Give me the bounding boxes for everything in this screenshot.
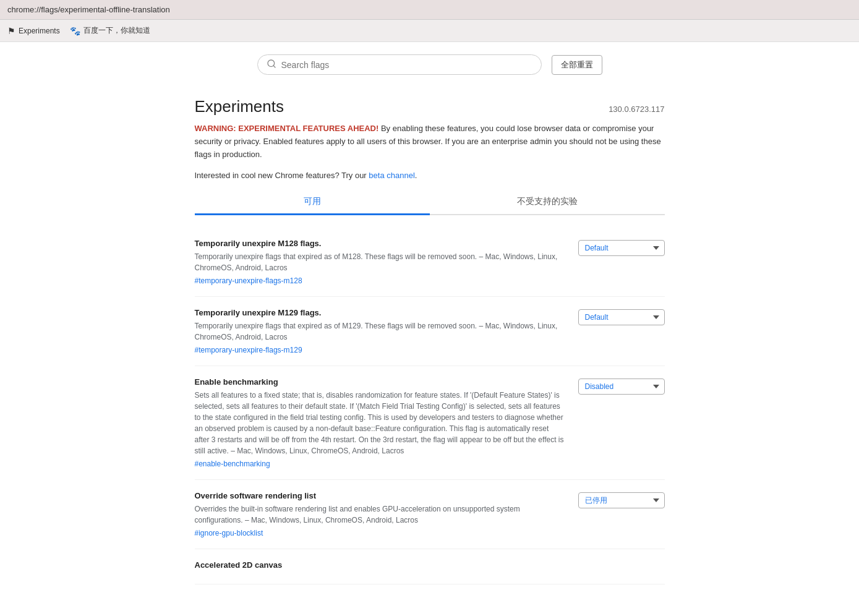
- flag-select[interactable]: Default Enabled Disabled: [578, 240, 665, 256]
- title-row: Experiments 130.0.6723.117: [195, 97, 665, 116]
- flag-left: Accelerated 2D canvas: [195, 560, 652, 573]
- svg-line-1: [273, 66, 275, 67]
- beta-after: .: [415, 171, 417, 180]
- beta-before: Interested in cool new Chrome features? …: [195, 171, 369, 180]
- bookmark-baidu[interactable]: 🐾 百度一下，你就知道: [70, 25, 150, 36]
- warning-prefix: WARNING: EXPERIMENTAL FEATURES AHEAD!: [195, 124, 379, 133]
- flag-desc: Temporarily unexpire flags that expired …: [195, 320, 566, 343]
- search-icon: [267, 59, 276, 71]
- search-row: 全部重置: [0, 42, 859, 85]
- flags-list: Temporarily unexpire M128 flags. Tempora…: [195, 228, 665, 584]
- flag-title: Override software rendering list: [195, 491, 566, 500]
- beta-line: Interested in cool new Chrome features? …: [195, 171, 665, 180]
- reset-button[interactable]: 全部重置: [552, 55, 602, 75]
- tabs-row: 可用 不受支持的实验: [195, 190, 665, 215]
- flag-link[interactable]: #enable-benchmarking: [195, 460, 270, 468]
- search-box-container: [257, 54, 542, 75]
- flag-title: Temporarily unexpire M128 flags.: [195, 239, 566, 248]
- flag-right: Default Enabled Disabled: [578, 239, 665, 256]
- flag-select[interactable]: Default Enabled Disabled: [578, 379, 665, 395]
- tab-available[interactable]: 可用: [195, 190, 430, 215]
- flag-right: Default Enabled Disabled: [578, 308, 665, 325]
- url-text: chrome://flags/experimental-offline-tran…: [7, 5, 170, 14]
- flag-right: Default Enabled Disabled: [578, 377, 665, 395]
- bookmark-baidu-label: 百度一下，你就知道: [83, 25, 150, 36]
- flag-item: Temporarily unexpire M128 flags. Tempora…: [195, 228, 665, 297]
- flag-left: Temporarily unexpire M129 flags. Tempora…: [195, 308, 566, 354]
- flag-desc: Temporarily unexpire flags that expired …: [195, 251, 566, 273]
- flag-title: Temporarily unexpire M129 flags.: [195, 308, 566, 317]
- bookmark-experiments[interactable]: ⚑ Experiments: [7, 26, 60, 36]
- tab-unavailable[interactable]: 不受支持的实验: [430, 190, 665, 214]
- baidu-icon: 🐾: [70, 26, 80, 36]
- flag-left: Override software rendering list Overrid…: [195, 491, 566, 537]
- flag-link[interactable]: #ignore-gpu-blocklist: [195, 529, 263, 537]
- flag-left: Enable benchmarking Sets all features to…: [195, 377, 566, 468]
- version-text: 130.0.6723.117: [609, 105, 664, 114]
- flag-desc: Sets all features to a fixed state; that…: [195, 390, 566, 456]
- flag-link[interactable]: #temporary-unexpire-flags-m129: [195, 346, 302, 354]
- flag-desc: Overrides the built-in software renderin…: [195, 503, 566, 526]
- flag-item: Override software rendering list Overrid…: [195, 480, 665, 549]
- flag-item: Accelerated 2D canvas: [195, 549, 665, 584]
- content-area: 全部重置 Experiments 130.0.6723.117 WARNING:…: [0, 42, 859, 616]
- flag-link[interactable]: #temporary-unexpire-flags-m128: [195, 276, 302, 285]
- search-input[interactable]: [281, 60, 532, 70]
- flag-left: Temporarily unexpire M128 flags. Tempora…: [195, 239, 566, 285]
- flag-select[interactable]: 默认 已启用 已停用: [578, 492, 665, 508]
- warning-box: WARNING: EXPERIMENTAL FEATURES AHEAD! By…: [195, 122, 665, 161]
- flag-item: Enable benchmarking Sets all features to…: [195, 366, 665, 480]
- flag-title: Accelerated 2D canvas: [195, 560, 652, 570]
- flag-select[interactable]: Default Enabled Disabled: [578, 309, 665, 325]
- flag-title: Enable benchmarking: [195, 377, 566, 387]
- bookmarks-bar: ⚑ Experiments 🐾 百度一下，你就知道: [0, 20, 859, 42]
- beta-channel-link[interactable]: beta channel: [369, 171, 414, 180]
- experiments-icon: ⚑: [7, 26, 15, 36]
- page-body: Experiments 130.0.6723.117 WARNING: EXPE…: [195, 85, 665, 609]
- flag-right: 默认 已启用 已停用: [578, 491, 665, 508]
- bookmark-experiments-label: Experiments: [19, 27, 60, 35]
- page-title: Experiments: [195, 97, 284, 116]
- flag-item: Temporarily unexpire M129 flags. Tempora…: [195, 297, 665, 366]
- address-bar: chrome://flags/experimental-offline-tran…: [0, 0, 859, 20]
